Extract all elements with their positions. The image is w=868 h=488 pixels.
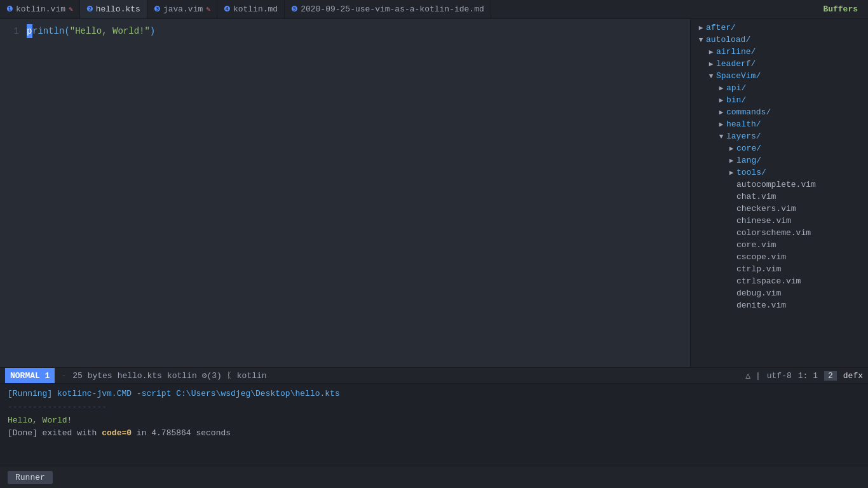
status-right: △ | utf-8 1: 1 2 defx [745,370,863,381]
tree-item-denite[interactable]: denite.vim [691,299,868,311]
tree-label-health: health/ [726,119,761,129]
tree-item-lang[interactable]: ▶ lang/ [691,154,868,166]
tab-1-label: kotlin.vim [16,4,65,14]
tree-item-colorscheme[interactable]: colorscheme.vim [691,227,868,239]
tree-item-ctrlspace[interactable]: ctrlspace.vim [691,275,868,287]
status-warning: △ | [745,370,760,381]
term-code: code=0 [102,428,132,438]
term-output: Hello, World! [8,416,72,425]
tab-1-modified: ✎ [69,5,73,13]
tree-label-ctrlp: ctrlp.vim [736,264,781,274]
tab-bar: ❶ kotlin.vim ✎ ❷ hello.kts ❸ java.vim ✎ … [0,0,868,19]
tree-item-airline[interactable]: ▶ airline/ [691,46,868,58]
tab-5-label: 2020-09-25-use-vim-as-a-kotlin-ide.md [301,4,484,14]
tree-label-chat: chat.vim [736,192,776,201]
tree-label-airline: airline/ [716,47,756,57]
tree-item-spacevim[interactable]: ▼ SpaceVim/ [691,70,868,82]
tree-label-autoload: autoload/ [706,35,750,44]
tree-arrow-tools: ▶ [726,168,736,177]
tree-label-core-vim: core.vim [736,240,776,250]
tree-item-api[interactable]: ▶ api/ [691,82,868,94]
term-separator: -------------------- [8,402,107,412]
tree-item-chinese[interactable]: chinese.vim [691,215,868,227]
tab-3[interactable]: ❸ java.vim ✎ [147,0,217,18]
status-sep-1: - [61,371,66,381]
status-bar: NORMAL 1 - 25 bytes hello.kts kotlin ⚙(3… [0,367,868,383]
status-defx: defx [843,371,863,381]
term-done-line: [Done] exited with code=0 in 4.785864 se… [8,427,860,440]
tree-label-lang: lang/ [736,156,761,165]
tree-arrow-leaderf: ▶ [706,60,716,68]
term-output-line: Hello, World! [8,414,860,428]
tree-item-after[interactable]: ▶ after/ [691,22,868,34]
file-tree[interactable]: ▶ after/ ▼ autoload/ ▶ airline/ ▶ leader… [690,19,868,367]
tab-3-modified: ✎ [206,5,210,13]
tree-arrow-lang: ▶ [726,156,736,165]
tree-label-debug: debug.vim [736,288,781,298]
tree-arrow-health: ▶ [716,120,726,128]
tree-label-cscope: cscope.vim [736,252,786,262]
tree-arrow-commands: ▶ [716,108,726,116]
tree-arrow-api: ▶ [716,84,726,92]
tree-item-cscope[interactable]: cscope.vim [691,251,868,263]
tree-item-checkers[interactable]: checkers.vim [691,203,868,215]
tree-arrow-after: ▶ [696,24,706,32]
tree-label-chinese: chinese.vim [736,216,791,226]
tab-5[interactable]: ❺ 2020-09-25-use-vim-as-a-kotlin-ide.md [285,0,491,18]
tree-item-health[interactable]: ▶ health/ [691,118,868,130]
editor-area[interactable]: 1 println("Hello, World!") [0,19,690,367]
tree-arrow-layers: ▼ [716,133,726,140]
tree-item-debug[interactable]: debug.vim [691,287,868,299]
tree-item-chat[interactable]: chat.vim [691,191,868,203]
tree-item-commands[interactable]: ▶ commands/ [691,106,868,118]
term-separator-line: -------------------- [8,401,860,414]
tab-2-label: hello.kts [96,4,140,14]
status-filetype: kotlin [167,371,197,381]
tab-2[interactable]: ❷ hello.kts [80,0,147,18]
tree-item-tools[interactable]: ▶ tools/ [691,166,868,179]
runner-label[interactable]: Runner [8,471,53,484]
tree-label-checkers: checkers.vim [736,204,796,214]
tree-item-autoload[interactable]: ▼ autoload/ [691,34,868,46]
tree-item-autocomplete[interactable]: autocomplete.vim [691,179,868,191]
terminal-area: [Running] kotlinc-jvm.CMD -script C:\Use… [0,383,868,466]
status-mode: NORMAL 1 [5,368,55,383]
line-number: 1 [8,24,27,38]
tab-3-label: java.vim [163,4,203,14]
tree-arrow-airline: ▶ [706,48,716,56]
tree-label-core: core/ [736,144,761,153]
tree-label-colorscheme: colorscheme.vim [736,228,811,238]
tree-label-autocomplete: autocomplete.vim [736,180,816,189]
status-kotlin: ᛕ kotlin [227,371,267,381]
buffers-label: Buffers [813,0,868,18]
status-bufnum: 2 [824,371,837,381]
line-content: println("Hello, World!") [27,24,155,38]
tree-label-layers: layers/ [726,132,761,141]
tree-item-core-vim[interactable]: core.vim [691,239,868,251]
tree-label-spacevim: SpaceVim/ [716,71,761,81]
status-plugin: ⚙(3) [202,370,222,381]
tab-4[interactable]: ❹ kotlin.md [217,0,285,18]
status-encoding: utf-8 [767,371,792,381]
tree-item-core[interactable]: ▶ core/ [691,142,868,154]
tree-label-api: api/ [726,83,746,93]
term-running-line: [Running] kotlinc-jvm.CMD -script C:\Use… [8,388,860,401]
cursor: p [27,24,32,38]
term-running-tag: [Running] kotlinc-jvm.CMD -script C:\Use… [8,389,340,398]
tree-label-bin: bin/ [726,95,746,105]
tab-1[interactable]: ❶ kotlin.vim ✎ [0,0,80,18]
tree-item-bin[interactable]: ▶ bin/ [691,94,868,106]
runner-bar: Runner [0,466,868,488]
main-area: 1 println("Hello, World!") ▶ after/ ▼ au… [0,19,868,367]
editor-line-1: 1 println("Hello, World!") [8,24,682,38]
tree-item-layers[interactable]: ▼ layers/ [691,130,868,142]
tree-item-leaderf[interactable]: ▶ leaderf/ [691,58,868,70]
tab-4-label: kotlin.md [233,4,278,14]
term-done: [Done] exited with code=0 in 4.785864 se… [8,428,231,438]
tree-label-commands: commands/ [726,107,771,117]
status-position: 1: 1 [798,371,818,381]
tree-item-ctrlp[interactable]: ctrlp.vim [691,263,868,275]
tree-label-leaderf: leaderf/ [716,59,756,69]
status-filename: hello.kts [118,371,162,381]
tree-label-denite: denite.vim [736,301,786,310]
